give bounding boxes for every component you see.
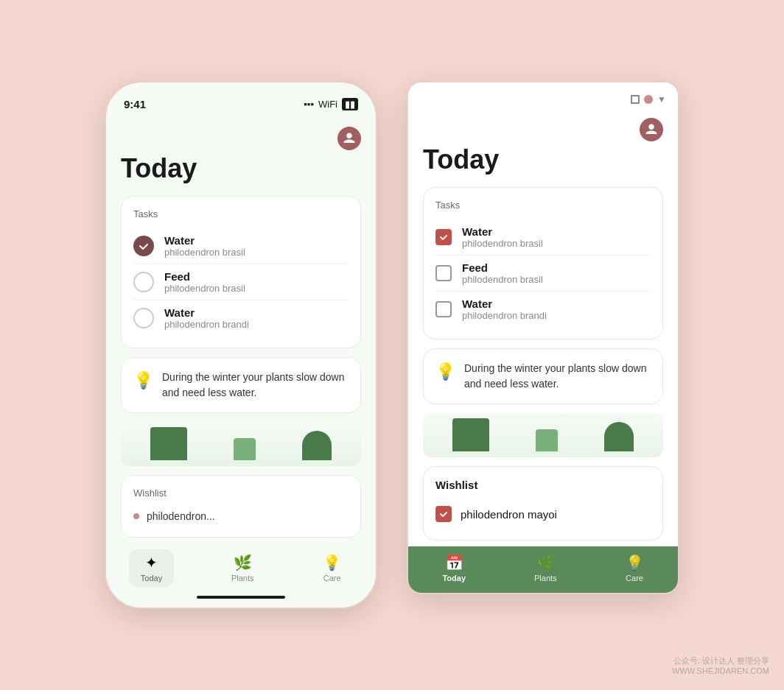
ios-bottom-nav: ✦ Today 🌿 Plants 💡 Care <box>106 543 376 590</box>
android-nav-plants[interactable]: 🌿 Plants <box>534 554 557 582</box>
ios-wishlist-card: Wishlist philodendron... <box>121 475 361 538</box>
android-task-3-name: Water <box>462 298 547 310</box>
ios-task-3-sub: philodendron brandi <box>164 319 249 330</box>
ios-task-2-checkbox[interactable] <box>133 272 154 292</box>
android-wishlist-card: Wishlist philodendron mayoi <box>423 466 663 541</box>
ios-home-bar <box>197 596 285 599</box>
android-tasks-card: Tasks Water philodendron brasil Feed phi… <box>423 187 663 339</box>
android-page-title: Today <box>423 144 663 175</box>
ios-tasks-card: Tasks Water philodendron brasil Feed phi… <box>121 196 361 348</box>
ios-wishlist-row: philodendron... <box>133 507 349 525</box>
android-status-icons: ▼ <box>631 94 666 105</box>
android-chart-bar-2 <box>536 429 558 451</box>
signal-icon: ▪▪▪ <box>304 99 314 110</box>
android-task-2-info: Feed philodendron brasil <box>462 261 543 285</box>
ios-screen: Today Tasks Water philodendron brasil <box>106 115 376 538</box>
watermark-line1: 公众号: 设计达人 整理分享 <box>672 655 769 666</box>
ios-today-label: Today <box>141 574 162 582</box>
ios-task-1[interactable]: Water philodendron brasil <box>133 228 349 264</box>
ios-home-indicator <box>106 590 376 608</box>
ios-nav-today[interactable]: ✦ Today <box>129 549 174 587</box>
android-task-3-info: Water philodendron brandi <box>462 298 547 321</box>
ios-tip-bulb-icon: 💡 <box>133 371 153 390</box>
ios-task-3-checkbox[interactable] <box>133 308 154 328</box>
android-chart-bar-3 <box>604 422 634 451</box>
ios-status-icons: ▪▪▪ WiFi ▮▮ <box>304 98 358 110</box>
android-sq-icon <box>631 95 640 104</box>
ios-tip-text: During the winter your plants slow down … <box>162 370 349 401</box>
ios-nav-plants[interactable]: 🌿 Plants <box>220 549 266 587</box>
android-chevron-icon: ▼ <box>657 94 666 105</box>
ios-care-icon: 💡 <box>323 554 341 571</box>
android-chart-bar-1 <box>452 418 489 451</box>
ios-chart-bar-1 <box>150 427 187 460</box>
ios-task-3-info: Water philodendron brandi <box>164 306 249 330</box>
ios-time: 9:41 <box>124 98 146 110</box>
android-wishlist-checkbox[interactable] <box>435 506 452 522</box>
ios-task-2-name: Feed <box>164 270 245 283</box>
wifi-icon: WiFi <box>318 99 337 110</box>
android-avatar[interactable] <box>640 118 663 141</box>
ios-nav-care[interactable]: 💡 Care <box>311 549 353 587</box>
android-header <box>423 112 663 144</box>
ios-avatar[interactable] <box>337 127 361 150</box>
ios-task-2-sub: philodendron brasil <box>164 283 245 294</box>
ios-status-bar: 9:41 ▪▪▪ WiFi ▮▮ <box>106 82 376 115</box>
ios-plants-icon: 🌿 <box>234 554 252 571</box>
android-task-1-name: Water <box>462 225 543 238</box>
ios-task-1-checkbox[interactable] <box>133 236 154 256</box>
android-task-2-sub: philodendron brasil <box>462 274 543 285</box>
android-task-2-checkbox[interactable] <box>435 265 452 281</box>
main-container: 9:41 ▪▪▪ WiFi ▮▮ Today Tasks <box>105 81 679 609</box>
android-plants-icon: 🌿 <box>536 554 555 571</box>
ios-chart-bar-2 <box>234 438 256 460</box>
android-plants-label: Plants <box>534 574 557 582</box>
ios-phone-frame: 9:41 ▪▪▪ WiFi ▮▮ Today Tasks <box>105 81 377 609</box>
android-care-icon: 💡 <box>626 554 644 571</box>
android-task-1-info: Water philodendron brasil <box>462 225 543 249</box>
android-task-2[interactable]: Feed philodendron brasil <box>435 256 651 292</box>
android-wishlist-item-text: philodendron mayoi <box>461 508 557 521</box>
ios-plants-label: Plants <box>231 574 254 582</box>
android-task-1[interactable]: Water philodendron brasil <box>435 219 651 256</box>
watermark: 公众号: 设计达人 整理分享 WWW.SHEJIDAREN.COM <box>672 655 769 675</box>
android-task-3[interactable]: Water philodendron brandi <box>435 292 651 327</box>
ios-page-title: Today <box>121 153 361 184</box>
ios-today-icon: ✦ <box>145 554 158 571</box>
android-today-label: Today <box>442 574 466 582</box>
android-nav-care[interactable]: 💡 Care <box>626 554 644 582</box>
android-wishlist-label: Wishlist <box>435 479 651 491</box>
ios-task-1-info: Water philodendron brasil <box>164 234 245 258</box>
android-tip-bulb-icon: 💡 <box>435 362 455 381</box>
ios-tasks-label: Tasks <box>133 208 349 219</box>
android-task-1-checkbox[interactable] <box>435 229 452 245</box>
android-screen: Today Tasks Water philodendron brasil <box>408 109 678 541</box>
android-care-label: Care <box>626 574 643 582</box>
android-task-3-checkbox[interactable] <box>435 301 452 317</box>
ios-task-2[interactable]: Feed philodendron brasil <box>133 264 349 300</box>
android-task-3-sub: philodendron brandi <box>462 310 547 321</box>
ios-care-label: Care <box>323 574 341 582</box>
android-today-icon: 📅 <box>445 554 463 571</box>
ios-task-1-sub: philodendron brasil <box>164 247 245 258</box>
android-task-1-sub: philodendron brasil <box>462 238 543 249</box>
ios-chart-bar-3 <box>302 431 332 460</box>
android-phone-frame: ▼ Today Tasks Water philodendro <box>407 81 679 594</box>
android-wishlist-row[interactable]: philodendron mayoi <box>435 500 651 528</box>
android-tip-card: 💡 During the winter your plants slow dow… <box>423 348 663 404</box>
ios-task-1-name: Water <box>164 234 245 247</box>
ios-wishlist-item: philodendron... <box>147 510 215 522</box>
android-status-bar: ▼ <box>408 82 678 109</box>
ios-task-3[interactable]: Water philodendron brandi <box>133 300 349 336</box>
ios-chart-area <box>121 422 361 466</box>
ios-header <box>121 121 361 153</box>
battery-icon: ▮▮ <box>342 98 358 110</box>
android-circle-icon <box>644 95 653 104</box>
watermark-line2: WWW.SHEJIDAREN.COM <box>672 666 769 675</box>
ios-wishlist-dot <box>133 513 139 519</box>
android-nav-today[interactable]: 📅 Today <box>442 554 466 582</box>
android-tip-text: During the winter your plants slow down … <box>464 361 651 392</box>
ios-tip-card: 💡 During the winter your plants slow dow… <box>121 357 361 413</box>
ios-task-2-info: Feed philodendron brasil <box>164 270 245 294</box>
ios-wishlist-label: Wishlist <box>133 487 349 499</box>
